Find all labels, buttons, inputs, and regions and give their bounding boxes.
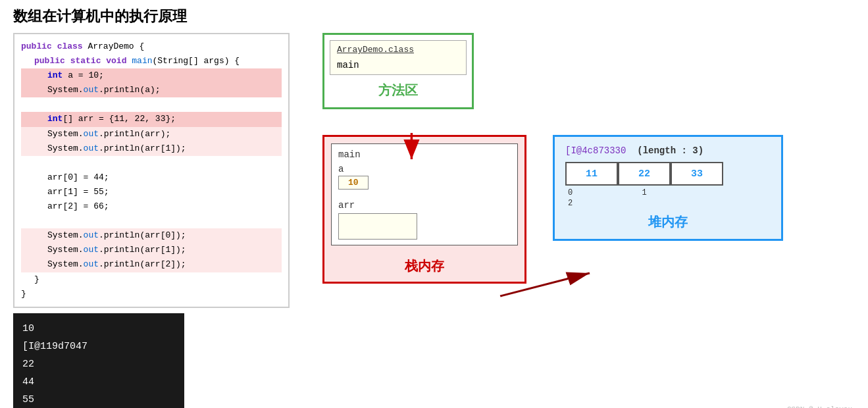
heap-indices-top: 0 1 [565, 188, 771, 197]
main-method-label: main [337, 60, 459, 70]
heap-index-bottom-0: 2 [565, 199, 618, 208]
class-filename: ArrayDemo.class [337, 45, 459, 55]
heap-index-0: 0 [565, 188, 618, 197]
heap-cell-2: 33 [671, 162, 723, 186]
var-arr-label: arr [338, 200, 511, 211]
heap-indices-bottom: 2 [565, 199, 771, 208]
heap-cell-0: 11 [565, 162, 618, 186]
code-block: public class ArrayDemo { public static v… [13, 33, 290, 308]
method-area-box: ArrayDemo.class main 方法区 [322, 33, 474, 109]
heap-id: [I@4c873330 (length : 3) [565, 145, 703, 156]
console-line-3: 22 [22, 355, 175, 373]
heap-cell-1: 22 [618, 162, 671, 186]
var-a-label: a [338, 164, 511, 174]
heap-index-1: 1 [618, 188, 671, 197]
method-area-inner: ArrayDemo.class main [330, 40, 467, 75]
var-a-box: 10 [338, 176, 369, 190]
left-panel: public class ArrayDemo { public static v… [13, 33, 290, 408]
heap-index-2 [671, 188, 723, 197]
heap-length-label: (length : 3) [637, 145, 703, 156]
watermark: CSDN @_H_alcyou [787, 405, 852, 408]
stack-area-box: main a 10 arr 栈内存 [322, 135, 526, 284]
stack-area-label: 栈内存 [331, 252, 518, 275]
console-line-4: 44 [22, 373, 175, 391]
heap-array-row: 11 22 33 [565, 162, 771, 186]
stack-frame-title: main [338, 149, 511, 160]
diagram-area: ArrayDemo.class main 方法区 main a 10 arr 栈… [309, 33, 855, 408]
page-title: 数组在计算机中的执行原理 [0, 0, 868, 33]
stack-frame: main a 10 arr [331, 143, 518, 245]
console-line-5: 55 [22, 391, 175, 408]
var-arr-box [338, 213, 417, 240]
heap-area-label: 堆内存 [565, 208, 771, 231]
console-line-1: 10 [22, 320, 175, 338]
heap-area-box: [I@4c873330 (length : 3) 11 22 33 0 1 2 … [553, 135, 783, 241]
console-line-2: [I@119d7047 [22, 338, 175, 355]
console-block: 10 [I@119d7047 22 44 55 66 [13, 313, 184, 408]
method-area-label: 方法区 [330, 79, 467, 102]
